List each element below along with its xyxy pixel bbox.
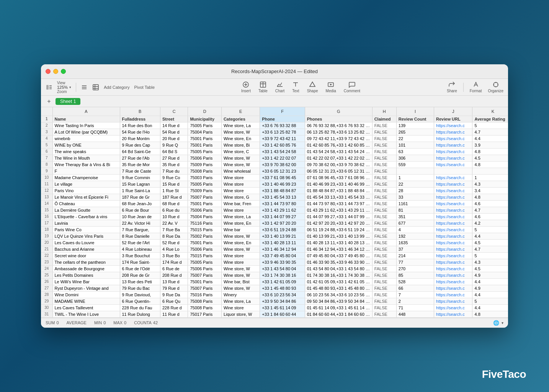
table-cell[interactable]: +33 1 43 29 11 62 <box>260 207 305 213</box>
table-cell[interactable]: Wine store, W <box>221 265 260 272</box>
insert-button[interactable]: Insert <box>241 81 251 93</box>
table-cell[interactable]: +33 1 43 54 24 58 <box>260 148 305 155</box>
table-cell[interactable]: 13 Rue d <box>160 278 188 285</box>
table-cell[interactable]: 52 Rue de l'Art <box>120 239 160 246</box>
table-cell[interactable]: Wine store, Bi <box>221 142 260 148</box>
table-cell[interactable]: 4 <box>396 226 434 233</box>
table-cell[interactable]: 68 Rue d <box>160 200 188 207</box>
table-cell[interactable]: Wine store <box>221 304 260 311</box>
table-cell[interactable]: https://search.c <box>434 155 472 161</box>
table-cell[interactable]: https://search.c <box>434 200 472 207</box>
row-num[interactable]: 19 <box>41 233 52 239</box>
table-cell[interactable]: 15 Rue Lagran <box>120 181 160 187</box>
table-cell[interactable]: 9 Rue des Cap <box>120 142 160 148</box>
table-cell[interactable]: 9 Rue Q <box>160 142 188 148</box>
table-cell[interactable]: 75008 Paris <box>188 298 221 304</box>
table-cell[interactable]: Wine store, C <box>221 148 260 155</box>
table-cell[interactable]: FALSE <box>372 265 396 272</box>
col-header-j[interactable]: J <box>434 107 472 116</box>
table-cell[interactable]: 3.9 <box>472 142 508 148</box>
table-cell[interactable]: FALSE <box>372 135 396 142</box>
table-cell[interactable]: 4.4 <box>472 304 508 311</box>
table-cell[interactable]: Bacchus and Arianne <box>52 246 120 252</box>
table-cell[interactable]: Paris Vino <box>52 187 120 194</box>
table-cell[interactable]: Le village <box>52 181 120 187</box>
table-cell[interactable]: Ambassade de Bourgogne <box>52 265 120 272</box>
table-cell[interactable]: FALSE <box>372 181 396 187</box>
table-cell[interactable]: 4.6 <box>472 200 508 207</box>
table-cell[interactable]: https://search.c <box>434 311 472 317</box>
table-row[interactable]: 31TWIL - The Wine I Love11 Rue Dulong11 … <box>41 311 508 317</box>
table-cell[interactable]: FALSE <box>372 298 396 304</box>
table-row[interactable]: 27Ryst Dupeyron - Vintage and79 Rue du B… <box>41 285 508 291</box>
table-cell[interactable]: 75017 Paris <box>188 311 221 317</box>
table-cell[interactable]: 01 43 29 11 62,+33 1 43 29 11 62 <box>305 207 372 213</box>
table-cell[interactable]: 06 13 25 82 78,+33 6 13 25 82 78 <box>305 129 372 135</box>
table-cell[interactable]: +33 6 76 93 32 88 <box>260 122 305 129</box>
row-num[interactable]: 27 <box>41 285 52 291</box>
table-cell[interactable]: 15 Rue d <box>160 181 188 187</box>
table-row[interactable]: 5WINE by ONE9 Rue des Cap9 Rue Q75001 Pa… <box>41 142 508 148</box>
minimize-button[interactable] <box>53 69 58 74</box>
table-cell[interactable]: 3 Rue Bouchut <box>120 252 160 259</box>
table-cell[interactable]: 07 61 08 96 45,+33 7 61 08 96 45 <box>305 174 372 181</box>
table-cell[interactable]: The cellars of the pantheon <box>52 259 120 265</box>
table-cell[interactable]: 75006 Paris <box>188 265 221 272</box>
table-cell[interactable]: Secret wine door <box>52 252 120 259</box>
table-cell[interactable]: +33 7 49 45 80 04 <box>260 252 305 259</box>
table-cell[interactable]: Wine bar, Bist <box>221 278 260 285</box>
table-cell[interactable]: +33 1 44 07 99 27 <box>260 213 305 220</box>
table-cell[interactable]: Wine store, W <box>221 129 260 135</box>
table-cell[interactable]: 10 Rue Jean de <box>120 213 160 220</box>
table-row[interactable]: 22Secret wine door3 Rue Bouchut3 Rue Bo7… <box>41 252 508 259</box>
table-cell[interactable]: 4.3 <box>472 259 508 265</box>
row-num[interactable]: 22 <box>41 252 52 259</box>
table-cell[interactable]: 09 50 34 84 86,+33 9 50 34 84 86 <box>305 298 372 304</box>
table-cell[interactable]: 75001 Paris <box>188 142 221 148</box>
table-cell[interactable]: https://search.c <box>434 259 472 265</box>
table-cell[interactable]: Wine store, En <box>221 135 260 142</box>
table-cell[interactable]: 4.8 <box>472 148 508 155</box>
table-cell[interactable]: 4.8 <box>472 194 508 200</box>
table-cell[interactable]: 27 Rue d <box>160 155 188 161</box>
table-cell[interactable]: 28 <box>396 187 434 194</box>
table-cell[interactable]: 75001 Paris <box>188 239 221 246</box>
table-cell[interactable]: Ô Chateau <box>52 200 120 207</box>
table-cell[interactable]: FALSE <box>372 304 396 311</box>
table-cell[interactable]: 4.2 <box>472 220 508 226</box>
table-cell[interactable]: 01 84 60 60 44,+33 1 84 60 60 44 <box>305 311 372 317</box>
table-cell[interactable]: 9 Rue Commin <box>120 174 160 181</box>
table-cell[interactable]: Liquor store, W <box>221 311 260 317</box>
row-num[interactable]: 25 <box>41 272 52 278</box>
table-cell[interactable]: Wine Therapy Bar à Vins & Bi <box>52 161 120 168</box>
table-cell[interactable]: 81 <box>396 207 434 213</box>
table-cell[interactable]: 01 42 60 85 76,+33 1 42 60 85 76 <box>305 142 372 148</box>
table-cell[interactable]: Wine store <box>221 252 260 259</box>
col-header-b[interactable]: B <box>120 107 160 116</box>
table-cell[interactable]: 01 45 61 14 09,+33 1 45 61 14 09 <box>305 304 372 311</box>
table-cell[interactable]: 351 <box>396 213 434 220</box>
table-cell[interactable]: 01 44 07 99 27,+33 1 44 07 99 27 <box>305 213 372 220</box>
table-cell[interactable]: 01 40 28 13 11,+33 1 40 28 13 11 <box>305 239 372 246</box>
col-header-f[interactable]: F <box>260 107 305 116</box>
table-cell[interactable]: 64 Bd S <box>160 148 188 155</box>
table-cell[interactable]: 01 88 48 84 87,+33 1 88 48 84 87 <box>305 187 372 194</box>
table-cell[interactable]: +33 6 13 25 82 78 <box>260 129 305 135</box>
sheet-tab-1[interactable]: Sheet 1 <box>56 98 80 105</box>
row-num[interactable]: 15 <box>41 207 52 213</box>
table-cell[interactable]: 306 <box>396 155 434 161</box>
row-num[interactable]: 8 <box>41 161 52 168</box>
table-cell[interactable]: The wine speaks <box>52 148 120 155</box>
table-cell[interactable]: 4.9 <box>472 285 508 291</box>
table-cell[interactable]: 06 51 19 24 88,+33 6 51 19 24 88 <box>305 226 372 233</box>
row-num[interactable]: 31 <box>41 311 52 317</box>
table-cell[interactable]: FALSE <box>372 174 396 181</box>
table-row[interactable]: 8Wine Therapy Bar à Vins & Bi35 Rue de M… <box>41 161 508 168</box>
table-cell[interactable]: FALSE <box>372 278 396 285</box>
table-cell[interactable]: 75003 Paris <box>188 174 221 181</box>
table-cell[interactable]: +33 9 46 33 90 35 <box>260 259 305 265</box>
col-header-h[interactable]: H <box>372 107 396 116</box>
table-cell[interactable]: https://search.c <box>434 161 472 168</box>
add-sheet-button[interactable]: + <box>46 98 52 105</box>
table-row[interactable]: 3A Lot Of Wine (par QCQBM)54 Rue de l'Ho… <box>41 129 508 135</box>
